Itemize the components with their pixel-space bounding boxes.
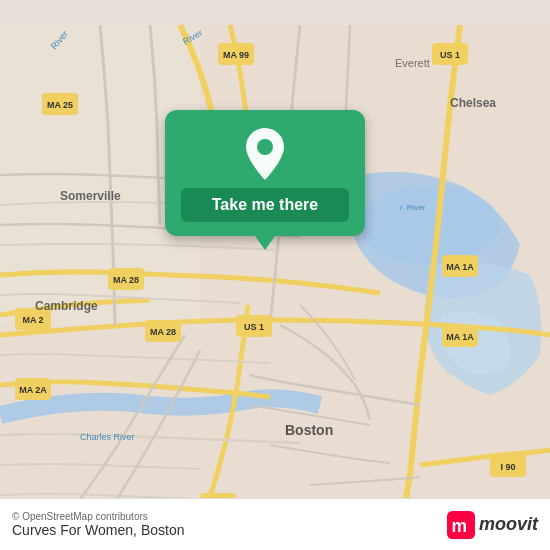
svg-text:Somerville: Somerville (60, 189, 121, 203)
svg-text:m: m (451, 516, 467, 536)
moovit-m-icon: m (447, 511, 475, 539)
take-me-there-button[interactable]: Take me there (181, 188, 349, 222)
svg-point-36 (257, 139, 273, 155)
svg-text:MA 1A: MA 1A (446, 332, 474, 342)
map-container: US 1 MA 99 MA 28 MA 28 US 1 MA 2A MA 2 M… (0, 0, 550, 550)
pin-icon-container (239, 128, 291, 180)
svg-text:Boston: Boston (285, 422, 333, 438)
svg-text:Charles River: Charles River (80, 432, 135, 442)
svg-text:r. River: r. River (400, 203, 426, 212)
svg-text:US 1: US 1 (244, 322, 264, 332)
location-pin-icon (242, 126, 288, 182)
moovit-logo: m moovit (447, 511, 538, 539)
copyright-text: © OpenStreetMap contributors (12, 511, 184, 522)
bottom-left-info: © OpenStreetMap contributors Curves For … (12, 511, 184, 538)
svg-text:MA 28: MA 28 (150, 327, 176, 337)
svg-text:MA 99: MA 99 (223, 50, 249, 60)
svg-text:Chelsea: Chelsea (450, 96, 496, 110)
svg-text:MA 25: MA 25 (47, 100, 73, 110)
bottom-bar: © OpenStreetMap contributors Curves For … (0, 498, 550, 550)
popup-card: Take me there (165, 110, 365, 236)
svg-text:US 1: US 1 (440, 50, 460, 60)
svg-text:Cambridge: Cambridge (35, 299, 98, 313)
svg-text:MA 1A: MA 1A (446, 262, 474, 272)
svg-text:MA 2A: MA 2A (19, 385, 47, 395)
location-label: Curves For Women, Boston (12, 522, 184, 538)
map-background: US 1 MA 99 MA 28 MA 28 US 1 MA 2A MA 2 M… (0, 0, 550, 550)
svg-text:MA 2: MA 2 (22, 315, 43, 325)
moovit-brand-text: moovit (479, 514, 538, 535)
svg-text:MA 28: MA 28 (113, 275, 139, 285)
svg-text:Everett: Everett (395, 57, 430, 69)
svg-text:I 90: I 90 (500, 462, 515, 472)
